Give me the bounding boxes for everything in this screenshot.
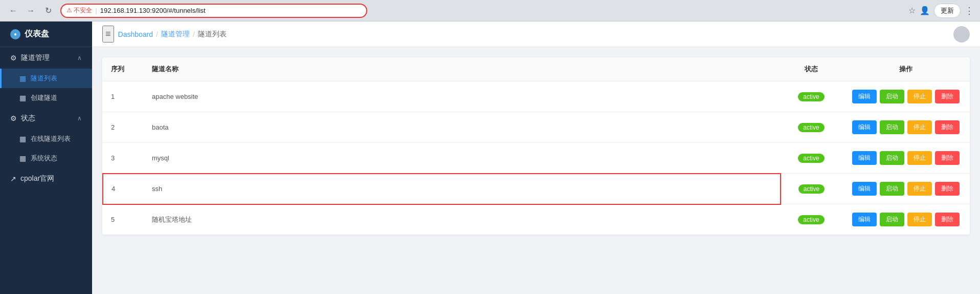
menu-icon[interactable]: ⋮ bbox=[965, 5, 974, 16]
col-header-seq: 序列 bbox=[103, 57, 144, 81]
edit-button[interactable]: 编辑 bbox=[852, 213, 877, 226]
forward-button[interactable]: → bbox=[24, 4, 38, 18]
row-seq: 5 bbox=[103, 204, 144, 235]
online-tunnels-icon: ▦ bbox=[18, 135, 27, 143]
table-row: 1 apache website active 编辑 启动 停止 删除 bbox=[103, 81, 970, 112]
tunnels-table: 序列 隧道名称 状态 操作 1 apache website active bbox=[102, 57, 970, 235]
logo-text: 仪表盘 bbox=[25, 29, 49, 39]
row-name: apache website bbox=[144, 81, 781, 112]
edit-button[interactable]: 编辑 bbox=[852, 182, 877, 196]
stop-button[interactable]: 停止 bbox=[907, 213, 932, 226]
row-name: mysql bbox=[144, 143, 781, 174]
action-buttons: 编辑 启动 停止 删除 bbox=[850, 90, 962, 103]
stop-button[interactable]: 停止 bbox=[907, 90, 932, 103]
forward-icon: → bbox=[27, 6, 35, 15]
sidebar-item-cpolar-website[interactable]: ↗ cpolar官网 bbox=[0, 168, 92, 190]
start-button[interactable]: 启动 bbox=[880, 151, 904, 165]
row-name: baota bbox=[144, 112, 781, 143]
start-button[interactable]: 启动 bbox=[880, 120, 904, 134]
stop-button[interactable]: 停止 bbox=[907, 182, 932, 196]
sidebar-section-tunnel: ⚙ 隧道管理 ∧ ▦ 隧道列表 ▦ 创建隧道 bbox=[0, 47, 92, 108]
breadcrumb-parent[interactable]: 隧道管理 bbox=[161, 30, 190, 39]
table-row: 5 随机宝塔地址 active 编辑 启动 停止 删除 bbox=[103, 204, 970, 235]
tunnel-mgmt-label: 隧道管理 bbox=[21, 53, 50, 62]
col-header-name: 隧道名称 bbox=[144, 57, 781, 81]
action-buttons: 编辑 启动 停止 删除 bbox=[850, 120, 962, 134]
bookmark-icon[interactable]: ☆ bbox=[908, 6, 916, 15]
edit-button[interactable]: 编辑 bbox=[852, 151, 877, 165]
tunnel-list-label: 隧道列表 bbox=[31, 74, 57, 83]
delete-button[interactable]: 删除 bbox=[935, 151, 960, 165]
main-content: ≡ Dashboard / 隧道管理 / 隧道列表 序列 隧道名称 bbox=[92, 22, 980, 294]
table-row: 3 mysql active 编辑 启动 停止 删除 bbox=[103, 143, 970, 174]
online-tunnels-label: 在线隧道列表 bbox=[31, 134, 71, 143]
sidebar-section-tunnel-header[interactable]: ⚙ 隧道管理 ∧ bbox=[0, 47, 92, 69]
status-badge: active bbox=[798, 215, 824, 224]
tunnel-list-icon: ▦ bbox=[18, 74, 27, 82]
status-section-label: 状态 bbox=[21, 114, 35, 123]
create-tunnel-label: 创建隧道 bbox=[31, 93, 57, 102]
delete-button[interactable]: 删除 bbox=[935, 182, 960, 196]
back-button[interactable]: ← bbox=[6, 4, 20, 18]
tunnel-mgmt-icon: ⚙ bbox=[10, 54, 17, 62]
sidebar: ● 仪表盘 ⚙ 隧道管理 ∧ ▦ 隧道列表 ▦ 创建隧道 ⚙ 状态 bbox=[0, 22, 92, 294]
row-status: active bbox=[781, 81, 842, 112]
tunnel-mgmt-chevron: ∧ bbox=[77, 54, 82, 61]
sidebar-item-create-tunnel[interactable]: ▦ 创建隧道 bbox=[0, 88, 92, 108]
delete-button[interactable]: 删除 bbox=[935, 120, 960, 134]
breadcrumb-sep-2: / bbox=[193, 30, 195, 38]
row-seq: 1 bbox=[103, 81, 144, 112]
page-content: 序列 隧道名称 状态 操作 1 apache website active bbox=[92, 47, 980, 294]
table-row-ssh: 4 ssh active 编辑 启动 停止 删除 bbox=[103, 174, 970, 204]
status-badge: active bbox=[798, 184, 825, 194]
refresh-button[interactable]: ↻ bbox=[41, 4, 55, 18]
browser-chrome: ← → ↻ ⚠ 不安全 | 192.168.191.130:9200/#/tun… bbox=[0, 0, 980, 22]
start-button[interactable]: 启动 bbox=[880, 182, 904, 196]
top-bar-right bbox=[953, 26, 970, 43]
sidebar-section-status: ⚙ 状态 ∧ ▦ 在线隧道列表 ▦ 系统状态 bbox=[0, 108, 92, 168]
nav-buttons: ← → ↻ bbox=[6, 4, 55, 18]
sidebar-item-system-status[interactable]: ▦ 系统状态 bbox=[0, 149, 92, 168]
hamburger-button[interactable]: ≡ bbox=[102, 26, 114, 43]
create-tunnel-icon: ▦ bbox=[18, 94, 27, 102]
row-actions: 编辑 启动 停止 删除 bbox=[842, 81, 970, 112]
action-buttons: 编辑 启动 停止 删除 bbox=[850, 182, 962, 196]
row-actions: 编辑 启动 停止 删除 bbox=[842, 204, 970, 235]
delete-button[interactable]: 删除 bbox=[935, 213, 960, 226]
top-bar: ≡ Dashboard / 隧道管理 / 隧道列表 bbox=[92, 22, 980, 47]
sidebar-section-status-header[interactable]: ⚙ 状态 ∧ bbox=[0, 108, 92, 129]
col-header-status: 状态 bbox=[781, 57, 842, 81]
sidebar-item-tunnel-list[interactable]: ▦ 隧道列表 bbox=[0, 69, 92, 88]
tunnels-table-card: 序列 隧道名称 状态 操作 1 apache website active bbox=[102, 57, 970, 235]
system-status-label: 系统状态 bbox=[31, 154, 57, 163]
security-warning-label: ⚠ 不安全 bbox=[66, 6, 92, 15]
edit-button[interactable]: 编辑 bbox=[852, 90, 877, 103]
start-button[interactable]: 启动 bbox=[880, 213, 904, 226]
url-text: 192.168.191.130:9200/#/tunnels/list bbox=[100, 7, 206, 14]
edit-button[interactable]: 编辑 bbox=[852, 120, 877, 134]
address-bar-container: ⚠ 不安全 | 192.168.191.130:9200/#/tunnels/l… bbox=[60, 4, 903, 18]
system-status-icon: ▦ bbox=[18, 154, 27, 162]
row-actions: 编辑 启动 停止 删除 bbox=[842, 143, 970, 174]
sidebar-item-online-tunnels[interactable]: ▦ 在线隧道列表 bbox=[0, 129, 92, 149]
address-bar[interactable]: ⚠ 不安全 | 192.168.191.130:9200/#/tunnels/l… bbox=[60, 4, 367, 18]
stop-button[interactable]: 停止 bbox=[907, 151, 932, 165]
profile-icon[interactable]: 👤 bbox=[920, 6, 930, 15]
sidebar-logo: ● 仪表盘 bbox=[0, 22, 92, 47]
update-button[interactable]: 更新 bbox=[934, 4, 961, 18]
row-name-ssh: ssh bbox=[144, 174, 781, 204]
status-section-icon: ⚙ bbox=[10, 114, 17, 122]
app-container: ● 仪表盘 ⚙ 隧道管理 ∧ ▦ 隧道列表 ▦ 创建隧道 ⚙ 状态 bbox=[0, 22, 980, 294]
row-name: 随机宝塔地址 bbox=[144, 204, 781, 235]
row-status: active bbox=[781, 174, 842, 204]
start-button[interactable]: 启动 bbox=[880, 90, 904, 103]
breadcrumb-sep-1: / bbox=[156, 30, 158, 38]
delete-button[interactable]: 删除 bbox=[935, 90, 960, 103]
stop-button[interactable]: 停止 bbox=[907, 120, 932, 134]
action-buttons: 编辑 启动 停止 删除 bbox=[850, 151, 962, 165]
user-avatar[interactable] bbox=[953, 26, 970, 43]
status-badge: active bbox=[798, 154, 824, 163]
breadcrumb-home[interactable]: Dashboard bbox=[118, 30, 153, 38]
external-link-icon: ↗ bbox=[10, 175, 16, 183]
browser-actions: ☆ 👤 更新 ⋮ bbox=[908, 4, 974, 18]
